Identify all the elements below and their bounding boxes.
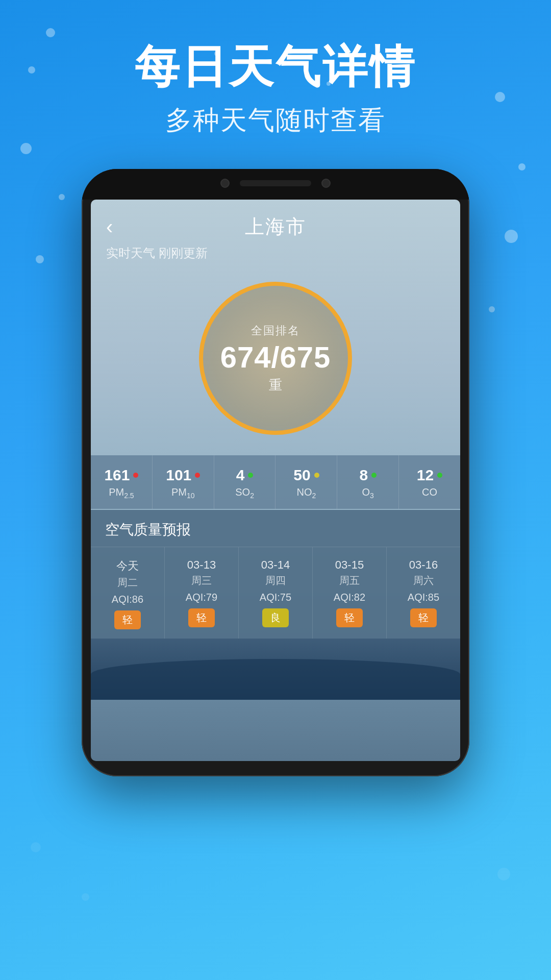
pollutant-so2: 4 SO2 — [214, 455, 276, 509]
forecast-day-0: 周二 — [117, 576, 138, 590]
speaker — [240, 180, 311, 186]
forecast-date-0: 今天 — [116, 558, 139, 574]
pm25-dot — [133, 473, 138, 478]
forecast-date-4: 03-16 — [409, 558, 438, 572]
pm10-name: PM10 — [171, 486, 195, 500]
aqi-rank-value: 674/675 — [220, 342, 331, 372]
forecast-date-1: 03-13 — [187, 558, 216, 572]
aqi-level-label: 重 — [269, 376, 282, 394]
forecast-day-2: 周四 — [265, 574, 286, 587]
forecast-date-2: 03-14 — [261, 558, 290, 572]
screen-bottom — [91, 639, 460, 700]
o3-name: O3 — [362, 486, 374, 500]
pollutant-pm25: 161 PM2.5 — [91, 455, 153, 509]
no2-value: 50 — [293, 467, 310, 484]
forecast-aqi-3: AQI:82 — [334, 592, 365, 603]
camera-front — [321, 179, 331, 188]
forecast-aqi-2: AQI:75 — [260, 592, 291, 603]
camera-sensor — [220, 179, 230, 188]
pollutant-no2: 50 NO2 — [276, 455, 337, 509]
pm10-dot — [195, 473, 200, 478]
pm25-name: PM2.5 — [109, 486, 134, 500]
phone-notch — [82, 169, 469, 200]
city-label: 上海市 — [245, 214, 306, 240]
main-subtitle: 多种天气随时查看 — [135, 103, 416, 138]
forecast-title: 空气质量预报 — [91, 510, 460, 547]
so2-name: SO2 — [235, 486, 254, 500]
phone-mockup: ‹ 上海市 实时天气 刚刚更新 全国排名 674/675 重 161 — [77, 169, 474, 776]
no2-name: NO2 — [297, 486, 316, 500]
forecast-badge-3: 轻 — [336, 608, 363, 627]
forecast-badge-2: 良 — [262, 608, 289, 627]
aqi-circle: 全国排名 674/675 重 — [199, 282, 352, 435]
forecast-day-1: 周三 — [191, 574, 212, 587]
o3-value: 8 — [359, 467, 368, 484]
so2-dot — [248, 473, 253, 478]
forecast-day1: 03-13 周三 AQI:79 轻 — [165, 547, 239, 639]
pollutant-pm10: 101 PM10 — [153, 455, 214, 509]
pm25-value: 161 — [104, 467, 130, 484]
co-name: CO — [422, 486, 437, 498]
phone-frame: ‹ 上海市 实时天气 刚刚更新 全国排名 674/675 重 161 — [82, 169, 469, 776]
so2-value: 4 — [236, 467, 245, 484]
back-button[interactable]: ‹ — [106, 215, 113, 238]
forecast-day3: 03-15 周五 AQI:82 轻 — [313, 547, 387, 639]
forecast-day-3: 周五 — [339, 574, 360, 587]
pollutant-co: 12 CO — [399, 455, 460, 509]
no2-dot — [314, 473, 319, 478]
main-title: 每日天气详情 — [135, 41, 416, 92]
forecast-day2: 03-14 周四 AQI:75 良 — [239, 547, 313, 639]
app-header-bar: ‹ 上海市 — [91, 200, 460, 245]
forecast-aqi-0: AQI:86 — [112, 594, 143, 605]
forecast-day-4: 周六 — [413, 574, 434, 587]
forecast-aqi-1: AQI:79 — [186, 592, 217, 603]
forecast-date-3: 03-15 — [335, 558, 364, 572]
forecast-row: 今天 周二 AQI:86 轻 03-13 周三 AQI:79 轻 03-14 周… — [91, 547, 460, 639]
co-value: 12 — [417, 467, 434, 484]
forecast-today: 今天 周二 AQI:86 轻 — [91, 547, 165, 639]
aqi-rank-label: 全国排名 — [251, 323, 300, 338]
wave-decoration — [91, 659, 460, 700]
forecast-aqi-4: AQI:85 — [408, 592, 439, 603]
forecast-badge-4: 轻 — [410, 608, 437, 627]
forecast-section: 空气质量预报 今天 周二 AQI:86 轻 03-13 周三 AQI:79 轻 — [91, 510, 460, 639]
co-dot — [437, 473, 442, 478]
pm10-value: 101 — [166, 467, 191, 484]
forecast-badge-0: 轻 — [114, 610, 141, 629]
app-screen: ‹ 上海市 实时天气 刚刚更新 全国排名 674/675 重 161 — [91, 200, 460, 761]
pollutant-o3: 8 O3 — [337, 455, 399, 509]
forecast-badge-1: 轻 — [188, 608, 215, 627]
pollutants-section: 161 PM2.5 101 PM10 4 — [91, 455, 460, 509]
update-status: 实时天气 刚刚更新 — [91, 245, 460, 266]
header-section: 每日天气详情 多种天气随时查看 — [135, 41, 416, 138]
aqi-circle-section: 全国排名 674/675 重 — [91, 266, 460, 455]
o3-dot — [371, 473, 377, 478]
forecast-day4: 03-16 周六 AQI:85 轻 — [387, 547, 460, 639]
